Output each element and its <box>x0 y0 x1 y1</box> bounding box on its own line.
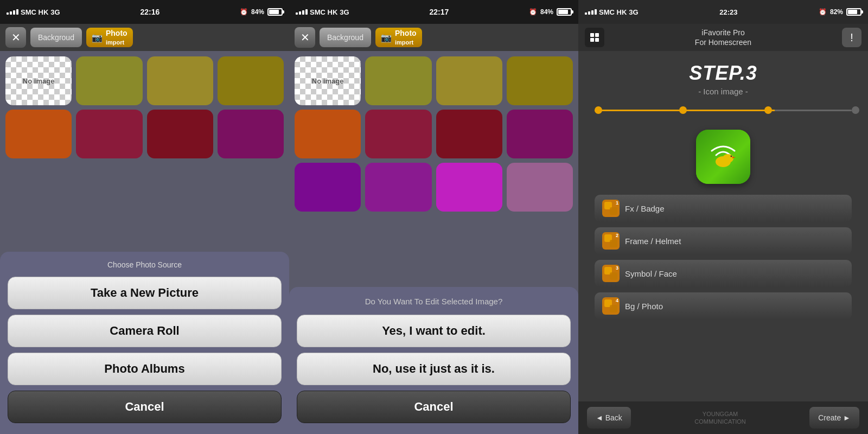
swatch-1-3[interactable] <box>147 56 213 105</box>
swatch-2-2-1[interactable] <box>295 110 361 158</box>
photo-source-sheet: Choose Photo Source Take a New Picture C… <box>0 252 289 434</box>
camera-icon-2: 📷 <box>381 33 392 43</box>
swatch-2-1-3[interactable] <box>436 56 502 105</box>
swatch-2-3-4[interactable] <box>507 163 573 212</box>
menu-items: 1 Fx / Badge 2 Frame / Helmet <box>595 195 852 320</box>
panel-1: SMC HK 3G 22:16 ⏰ 84% ✕ Backgroud 📷 Phot… <box>0 0 289 434</box>
right-status-2: ⏰ 84% <box>529 8 572 16</box>
step-content: STEP.3 - Icon image - <box>578 51 868 401</box>
battery-icon-1 <box>267 8 283 16</box>
bar4 <box>16 9 18 15</box>
yes-edit-button[interactable]: Yes, I want to edit. <box>297 315 571 347</box>
alert-button[interactable]: ! <box>842 28 861 47</box>
logo-dot-3 <box>590 38 594 42</box>
no-edit-button[interactable]: No, use it just as it is. <box>297 353 571 385</box>
progress-dot-1 <box>595 106 602 114</box>
battery-fill-2 <box>558 10 568 14</box>
bar2-p3 <box>588 11 590 15</box>
bottom-bar: ◄ Back YOUNGGAM COMMUNICATION Create ► <box>578 401 868 434</box>
menu-item-bg-photo[interactable]: 4 Bg / Photo <box>595 292 852 320</box>
cancel-button-sheet-2[interactable]: Cancel <box>297 391 571 423</box>
status-bar-1: SMC HK 3G 22:16 ⏰ 84% <box>0 0 289 24</box>
photo-albums-button[interactable]: Photo Albums <box>8 353 282 385</box>
sheet-title-1: Choose Photo Source <box>8 260 282 269</box>
swatch-2-1-4[interactable] <box>507 56 573 105</box>
camera-roll-button[interactable]: Camera Roll <box>8 315 282 347</box>
color-row-2-1: No image <box>295 56 573 105</box>
time-3: 22:23 <box>719 8 737 16</box>
swatch-2-2-4[interactable] <box>507 110 573 158</box>
status-bar-2: SMC HK 3G 22:17 ⏰ 84% <box>289 0 578 24</box>
app-logo <box>585 28 604 47</box>
bar2-p2 <box>299 11 301 15</box>
swatch-2-1-2[interactable] <box>365 56 431 105</box>
panel-2: SMC HK 3G 22:17 ⏰ 84% ✕ Backgroud 📷 Phot… <box>289 0 578 434</box>
back-button[interactable]: ◄ Back <box>587 407 631 429</box>
signal-bars-2 <box>296 9 308 15</box>
cancel-button-sheet-1[interactable]: Cancel <box>8 391 282 423</box>
background-tab-1[interactable]: Backgroud <box>30 28 82 47</box>
swatch-noimage-2[interactable]: No image <box>295 56 361 105</box>
color-grid-1: No image Choose Photo Source Take a New … <box>0 51 289 434</box>
right-status-3: ⏰ 82% <box>819 8 861 16</box>
menu-label-4: Bg / Photo <box>625 302 663 311</box>
app-title: iFavorite Pro For Homescreen <box>695 28 751 47</box>
swatch-2-4[interactable] <box>218 110 284 158</box>
bar3 <box>13 10 15 15</box>
swatch-2-2[interactable] <box>76 110 142 158</box>
alarm-icon-2: ⏰ <box>529 8 537 16</box>
create-button[interactable]: Create ► <box>809 407 859 429</box>
battery-icon-3 <box>846 8 861 16</box>
signal-area-2: SMC HK 3G <box>296 8 349 16</box>
swatch-2-2-2[interactable] <box>365 110 431 158</box>
carrier-2: SMC HK <box>310 8 337 16</box>
close-button-2[interactable]: ✕ <box>295 27 315 48</box>
app-icon-display <box>696 130 750 184</box>
logo-dot-2 <box>595 33 599 37</box>
bar3-p2 <box>302 10 304 15</box>
background-tab-2[interactable]: Backgroud <box>320 28 371 47</box>
bar4-p2 <box>305 9 308 15</box>
bg-photo-icon: 4 <box>602 297 620 315</box>
battery-pct-1: 84% <box>251 8 264 16</box>
menu-num-4: 4 <box>616 298 618 303</box>
swatch-2-3-1[interactable] <box>295 163 361 212</box>
edit-question: Do You Want To Edit Selected Image? <box>297 297 571 306</box>
photo-import-tab-1[interactable]: 📷 Photoimport <box>86 28 133 47</box>
battery-icon-2 <box>557 8 572 16</box>
menu-item-symbol-face[interactable]: 3 Symbol / Face <box>595 260 852 287</box>
younggam-logo: YOUNGGAM COMMUNICATION <box>694 410 746 426</box>
color-row-1: No image <box>5 56 284 105</box>
step-title: STEP.3 <box>689 62 757 85</box>
swatch-2-2-3[interactable] <box>436 110 502 158</box>
svg-rect-9 <box>610 272 617 280</box>
battery-pct-3: 82% <box>830 8 843 16</box>
top-nav-2: ✕ Backgroud 📷 Photoimport <box>289 24 578 51</box>
swatch-2-3[interactable] <box>147 110 213 158</box>
swatch-2-3-2[interactable] <box>365 163 431 212</box>
menu-item-fx-badge[interactable]: 1 Fx / Badge <box>595 195 852 222</box>
network-1: 3G <box>50 8 60 16</box>
photo-import-tab-2[interactable]: 📷 Photoimport <box>375 28 422 47</box>
status-bar-3: SMC HK 3G 22:23 ⏰ 82% <box>578 0 868 24</box>
color-row-2 <box>5 110 284 158</box>
carrier-1: SMC HK <box>21 8 48 16</box>
swatch-2-1[interactable] <box>5 110 72 158</box>
menu-num-1: 1 <box>616 200 618 206</box>
swatch-1-4[interactable] <box>218 56 284 105</box>
logo-dot-1 <box>590 33 594 37</box>
network-3: 3G <box>629 8 638 16</box>
bar4-p3 <box>595 9 597 15</box>
take-picture-button[interactable]: Take a New Picture <box>8 277 282 309</box>
signal-area-1: SMC HK 3G <box>7 8 60 16</box>
swatch-1-2[interactable] <box>76 56 142 105</box>
menu-item-frame-helmet[interactable]: 2 Frame / Helmet <box>595 227 852 254</box>
progress-line <box>595 110 852 111</box>
frame-helmet-icon: 2 <box>602 232 620 250</box>
close-button-1[interactable]: ✕ <box>5 27 26 48</box>
menu-label-3: Symbol / Face <box>625 269 677 278</box>
swatch-2-3-3[interactable] <box>436 163 502 212</box>
swatch-noimage-1[interactable]: No image <box>5 56 72 105</box>
bar3-p3 <box>591 10 593 15</box>
camera-icon-1: 📷 <box>92 33 103 43</box>
